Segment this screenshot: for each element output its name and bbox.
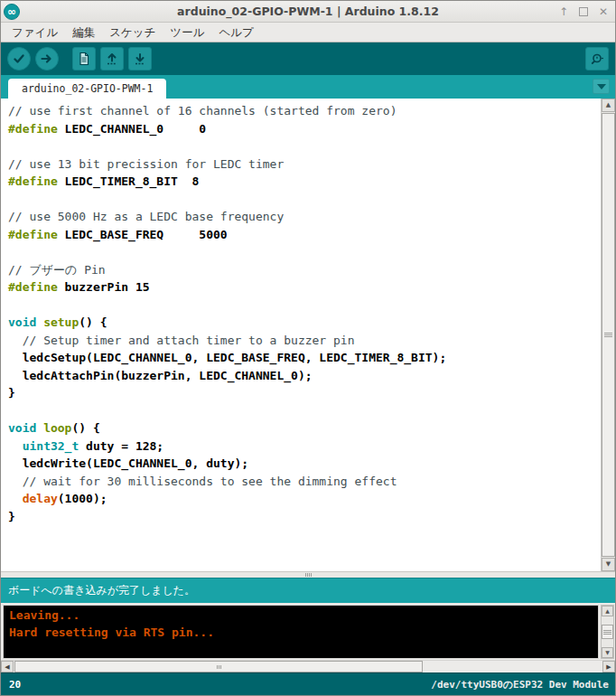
arrow-up-icon: [105, 52, 119, 66]
menu-bar: ファイル編集スケッチツールヘルプ: [1, 23, 615, 42]
line-number: 20: [9, 679, 21, 691]
menu-item-tools[interactable]: ツール: [163, 23, 211, 42]
magnifier-icon: [590, 52, 604, 66]
chevron-down-icon: [597, 84, 606, 89]
board-info: /dev/ttyUSB0のESP32 Dev Module: [431, 678, 609, 691]
code-line: [8, 402, 593, 420]
code-line: // use 13 bit precission for LEDC timer: [8, 155, 593, 174]
menu-item-help[interactable]: ヘルプ: [211, 23, 260, 42]
arduino-ide-window: ∞ arduino_02-GPIO-PWM-1 | Arduino 1.8.12…: [0, 0, 616, 696]
toolbar: [1, 42, 615, 75]
code-line: void setup() {: [8, 314, 593, 332]
scroll-grip: [604, 333, 612, 337]
console-output[interactable]: Leaving...Hard resetting via RTS pin...: [3, 605, 599, 659]
code-line: #define LEDC_CHANNEL_0 0: [8, 120, 593, 138]
code-line: uint32_t duty = 128;: [8, 437, 593, 456]
code-line: ledcAttachPin(buzzerPin, LEDC_CHANNEL_0)…: [8, 367, 593, 385]
code-line: ledcSetup(LEDC_CHANNEL_0, LEDC_BASE_FREQ…: [8, 349, 593, 367]
tab-sketch[interactable]: arduino_02-GPIO-PWM-1: [8, 79, 166, 99]
upload-button[interactable]: [35, 47, 59, 71]
code-line: [8, 243, 593, 261]
menu-item-sketch[interactable]: スケッチ: [102, 23, 163, 42]
code-line: // ブザーの Pin: [8, 261, 593, 279]
code-line: }: [8, 508, 593, 526]
upload-status-bar: ボードへの書き込みが完了しました。: [1, 578, 615, 603]
verify-button[interactable]: [7, 47, 31, 71]
scroll-up-icon[interactable]: ▲: [602, 99, 615, 112]
scroll-down-icon[interactable]: ▼: [602, 558, 615, 571]
code-line: }: [8, 384, 593, 402]
console-horizontal-scrollbar[interactable]: ◀ ▶: [1, 660, 615, 672]
code-line: delay(1000);: [8, 490, 593, 508]
close-icon[interactable]: ✕: [599, 6, 608, 17]
open-button[interactable]: [100, 47, 124, 71]
editor-vertical-scrollbar[interactable]: ▲ ▼: [601, 99, 615, 571]
new-sketch-button[interactable]: [72, 47, 96, 71]
arrow-right-icon: [40, 52, 54, 66]
scroll-grip: [217, 665, 221, 669]
tab-list-button[interactable]: [593, 79, 610, 94]
window-title: arduino_02-GPIO-PWM-1 | Arduino 1.8.12: [1, 5, 615, 18]
console-line: Hard resetting via RTS pin...: [9, 624, 593, 641]
console-scroll-thumb[interactable]: [602, 625, 613, 639]
menu-item-edit[interactable]: 編集: [65, 23, 102, 42]
status-bar: 20 /dev/ttyUSB0のESP32 Dev Module: [1, 672, 615, 695]
code-line: #define buzzerPin 15: [8, 278, 593, 296]
code-line: void loop() {: [8, 419, 593, 437]
pane-splitter[interactable]: [1, 571, 615, 578]
maximize-icon[interactable]: [579, 7, 588, 16]
save-button[interactable]: [128, 47, 152, 71]
window-controls: ↑ ✕: [559, 1, 608, 22]
code-line: [8, 191, 593, 209]
upload-status-message: ボードへの書き込みが完了しました。: [8, 583, 195, 598]
console-vertical-scrollbar[interactable]: ▲ ▼: [601, 605, 614, 659]
console-scroll-up-icon[interactable]: ▲: [602, 606, 613, 616]
code-line: [8, 137, 593, 155]
scroll-left-icon[interactable]: ◀: [1, 661, 14, 672]
code-line: #define LEDC_BASE_FREQ 5000: [8, 226, 593, 244]
code-line: // Setup timer and attach timer to a buz…: [8, 332, 593, 350]
code-line: // use first channel of 16 channels (sta…: [8, 102, 593, 120]
code-line: [8, 296, 593, 315]
document-icon: [77, 52, 91, 66]
horizontal-scroll-thumb[interactable]: [14, 661, 423, 672]
scroll-grip: [603, 630, 611, 635]
code-line: ledcWrite(LEDC_CHANNEL_0, duty);: [8, 455, 593, 473]
console-scroll-down-icon[interactable]: ▼: [602, 647, 613, 658]
serial-monitor-button[interactable]: [585, 47, 609, 71]
code-editor[interactable]: // use first channel of 16 channels (sta…: [1, 99, 615, 571]
minimize-icon[interactable]: ↑: [559, 6, 568, 17]
scroll-right-icon[interactable]: ▶: [602, 661, 615, 672]
menu-item-file[interactable]: ファイル: [5, 23, 65, 42]
splitter-grip: [305, 573, 312, 577]
code-content[interactable]: // use first channel of 16 channels (sta…: [1, 99, 615, 525]
tab-bar: arduino_02-GPIO-PWM-1: [1, 75, 615, 99]
code-line: #define LEDC_TIMER_8_BIT 8: [8, 173, 593, 191]
code-line: // use 5000 Hz as a LEDC base frequency: [8, 208, 593, 226]
editor-scroll-thumb[interactable]: [602, 113, 615, 557]
console-line: Leaving...: [9, 607, 593, 624]
console-panel: Leaving...Hard resetting via RTS pin... …: [1, 603, 615, 660]
code-line: // wait for 30 milliseconds to see the d…: [8, 473, 593, 491]
check-icon: [12, 52, 26, 66]
arrow-down-icon: [133, 52, 147, 66]
title-bar: ∞ arduino_02-GPIO-PWM-1 | Arduino 1.8.12…: [1, 1, 615, 23]
